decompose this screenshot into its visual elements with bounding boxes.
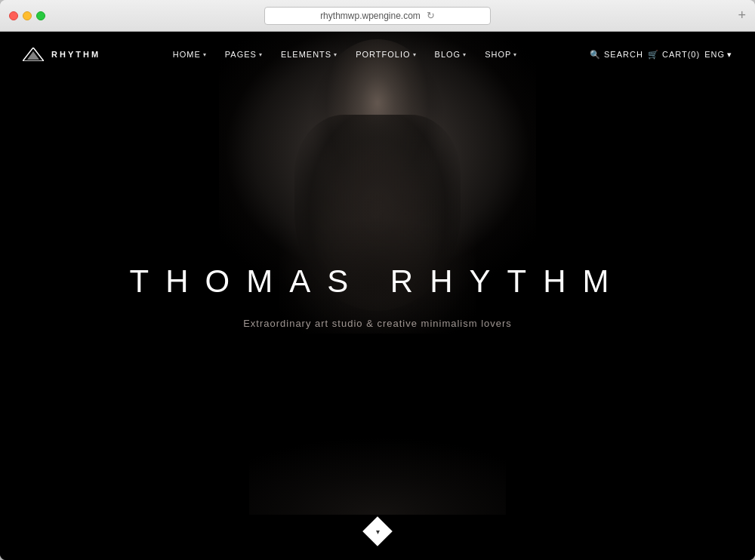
scroll-diamond[interactable] xyxy=(362,516,393,546)
chevron-icon: ▾ xyxy=(513,51,517,58)
browser-titlebar: rhythmwp.wpengine.com ↻ + xyxy=(0,0,755,32)
logo[interactable]: RHYTHM xyxy=(23,48,100,61)
cart-icon: 🛒 xyxy=(648,50,659,59)
logo-icon xyxy=(23,48,44,61)
maximize-button[interactable] xyxy=(36,11,45,20)
hero-title: THOMAS RHYTHM xyxy=(130,263,626,300)
traffic-lights xyxy=(9,11,45,20)
nav-item-portfolio[interactable]: PORTFOLIO ▾ xyxy=(348,45,424,63)
nav-item-home[interactable]: HOME ▾ xyxy=(165,45,214,63)
chevron-icon: ▾ xyxy=(727,50,732,60)
minimize-button[interactable] xyxy=(23,11,32,20)
nav-menu: HOME ▾ PAGES ▾ ELEMENTS ▾ PORTFOLIO ▾ BL… xyxy=(165,45,525,63)
chevron-icon: ▾ xyxy=(463,51,467,58)
search-button[interactable]: 🔍 SEARCH xyxy=(590,50,643,60)
url-text: rhythmwp.wpengine.com xyxy=(320,11,421,21)
scroll-indicator[interactable] xyxy=(367,521,388,542)
hero-subtitle: Extraordinary art studio & creative mini… xyxy=(130,318,626,329)
chevron-icon: ▾ xyxy=(413,51,417,58)
chevron-icon: ▾ xyxy=(334,51,337,58)
close-button[interactable] xyxy=(9,11,18,20)
nav-item-blog[interactable]: BLOG ▾ xyxy=(427,45,475,63)
website: RHYTHM HOME ▾ PAGES ▾ ELEMENTS ▾ PORTFOL… xyxy=(0,32,755,560)
new-tab-button[interactable]: + xyxy=(738,8,746,23)
browser-window: rhythmwp.wpengine.com ↻ + RHYTHM xyxy=(0,0,755,560)
language-selector[interactable]: ENG ▾ xyxy=(704,50,732,60)
nav-item-elements[interactable]: ELEMENTS ▾ xyxy=(273,45,345,63)
shoulder-layer xyxy=(249,394,506,515)
chevron-icon: ▾ xyxy=(203,51,207,58)
cart-button[interactable]: 🛒 CART(0) xyxy=(648,50,700,60)
nav-item-shop[interactable]: SHOP ▾ xyxy=(477,45,525,63)
address-bar[interactable]: rhythmwp.wpengine.com ↻ xyxy=(264,7,491,25)
logo-text: RHYTHM xyxy=(51,50,100,59)
search-icon: 🔍 xyxy=(590,50,601,60)
nav-item-pages[interactable]: PAGES ▾ xyxy=(217,45,270,63)
hero-content: THOMAS RHYTHM Extraordinary art studio &… xyxy=(130,263,626,329)
refresh-icon[interactable]: ↻ xyxy=(427,10,435,21)
chevron-icon: ▾ xyxy=(259,51,263,58)
main-navigation: RHYTHM HOME ▾ PAGES ▾ ELEMENTS ▾ PORTFOL… xyxy=(0,32,755,77)
nav-right: 🔍 SEARCH 🛒 CART(0) ENG ▾ xyxy=(590,50,732,60)
